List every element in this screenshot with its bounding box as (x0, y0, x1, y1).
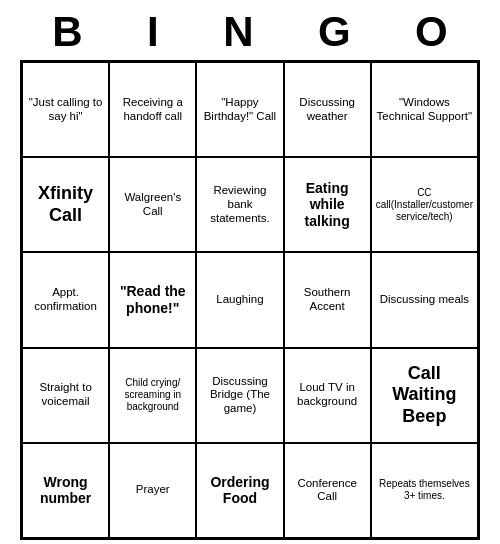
bingo-cell-12: Laughing (196, 252, 283, 347)
letter-g: G (318, 8, 351, 56)
bingo-cell-0: "Just calling to say hi" (22, 62, 109, 157)
bingo-cell-11: "Read the phone!" (109, 252, 196, 347)
bingo-cell-17: Discussing Bridge (The game) (196, 348, 283, 443)
bingo-cell-4: "Windows Technical Support" (371, 62, 478, 157)
bingo-title: B I N G O (20, 0, 480, 60)
bingo-cell-24: Repeats themselves 3+ times. (371, 443, 478, 538)
bingo-cell-1: Receiving a handoff call (109, 62, 196, 157)
bingo-cell-9: CC call(Installer/customer service/tech) (371, 157, 478, 252)
letter-o: O (415, 8, 448, 56)
bingo-cell-10: Appt. confirmation (22, 252, 109, 347)
bingo-grid: "Just calling to say hi"Receiving a hand… (20, 60, 480, 540)
bingo-cell-2: "Happy Birthday!" Call (196, 62, 283, 157)
letter-b: B (52, 8, 82, 56)
bingo-cell-16: Child crying/ screaming in background (109, 348, 196, 443)
bingo-cell-18: Loud TV in background (284, 348, 371, 443)
bingo-cell-3: Discussing weather (284, 62, 371, 157)
bingo-cell-21: Prayer (109, 443, 196, 538)
bingo-cell-19: Call Waiting Beep (371, 348, 478, 443)
bingo-cell-5: Xfinity Call (22, 157, 109, 252)
letter-i: I (147, 8, 159, 56)
bingo-cell-8: Eating while talking (284, 157, 371, 252)
bingo-cell-13: Southern Accent (284, 252, 371, 347)
bingo-cell-15: Straight to voicemail (22, 348, 109, 443)
bingo-cell-22: Ordering Food (196, 443, 283, 538)
bingo-cell-20: Wrong number (22, 443, 109, 538)
bingo-cell-14: Discussing meals (371, 252, 478, 347)
bingo-cell-7: Reviewing bank statements. (196, 157, 283, 252)
letter-n: N (223, 8, 253, 56)
bingo-cell-6: Walgreen's Call (109, 157, 196, 252)
bingo-cell-23: Conference Call (284, 443, 371, 538)
